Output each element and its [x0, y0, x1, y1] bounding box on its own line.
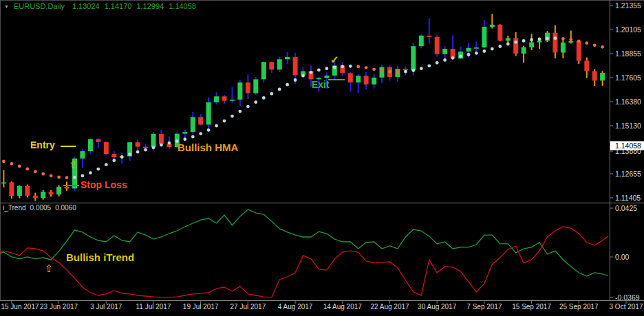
- candle-body: [411, 46, 416, 70]
- hma-dot: [585, 41, 588, 45]
- hma-dot: [144, 148, 147, 152]
- hma-dot: [215, 124, 218, 128]
- candle-wick: [66, 181, 67, 190]
- hma-dot: [554, 36, 557, 40]
- candle-wick: [475, 42, 477, 54]
- candle-body: [277, 59, 282, 69]
- quote-high: 1.14170: [105, 2, 132, 10]
- hma-dot: [2, 160, 6, 163]
- candle-body: [9, 183, 14, 196]
- hma-dot: [341, 65, 344, 69]
- candle-body: [537, 41, 542, 43]
- price-axis: 1.213551.201051.188551.176051.163801.151…: [610, 1, 641, 202]
- hma-dot: [436, 61, 439, 65]
- stop-loss-label: Stop Loss: [80, 179, 127, 190]
- hma-dot: [254, 100, 257, 104]
- hma-dot: [356, 65, 360, 69]
- indicator-axis-label: -0.0369: [615, 293, 640, 302]
- hma-dot: [136, 150, 140, 154]
- candle-body: [490, 25, 495, 27]
- hma-dot: [546, 37, 549, 41]
- indicator-axis: 0.04250.00-0.0369: [610, 204, 640, 302]
- entry-up-arrow-icon: ⇧: [69, 159, 78, 170]
- hma-dot: [404, 70, 407, 74]
- hma-dot: [81, 174, 85, 178]
- time-axis-label: 25 Sep 2017: [559, 303, 599, 311]
- candle-body: [246, 82, 250, 93]
- time-axis: 15 Jun 201723 Jun 20173 Jul 201711 Jul 2…: [1, 301, 643, 311]
- time-axis-label: 19 Jul 2017: [183, 303, 219, 311]
- price-axis-label: 1.15130: [615, 122, 641, 130]
- hma-dot: [483, 49, 486, 53]
- hma-dot: [561, 37, 565, 41]
- candle-body: [111, 154, 116, 157]
- candle-body: [222, 96, 227, 100]
- indicator-value-green: 0.0005: [30, 204, 52, 212]
- hma-dot: [65, 176, 69, 179]
- hma-dot: [246, 105, 250, 109]
- hma-dot: [10, 162, 14, 166]
- candle-body: [1, 183, 6, 184]
- candle-body: [41, 192, 45, 198]
- hma-dot: [459, 54, 462, 58]
- hma-dot: [530, 38, 533, 42]
- price-axis-label: 1.21355: [615, 1, 641, 10]
- hma-dot: [262, 96, 266, 100]
- candle-body: [372, 78, 376, 84]
- hma-dot: [18, 165, 21, 168]
- bullish-hma-label: Bullish HMA: [178, 142, 238, 153]
- candle-body: [88, 139, 93, 152]
- quote-low: 1.12994: [136, 2, 164, 10]
- candle-body: [159, 134, 164, 144]
- time-axis-label: 15 Jun 2017: [1, 303, 39, 311]
- chart-canvas[interactable]: 1.213551.201051.188551.176051.163801.151…: [0, 0, 644, 316]
- candle-body: [237, 82, 242, 100]
- hma-dot: [25, 168, 29, 171]
- candle-body: [568, 41, 573, 43]
- exit-label: Exit: [312, 79, 330, 90]
- candle-body: [482, 27, 486, 47]
- time-axis-label: 23 Jun 2017: [40, 303, 78, 311]
- hma-dot: [522, 39, 526, 43]
- candle-body: [261, 62, 266, 79]
- candle-body: [253, 79, 258, 93]
- hma-dot: [420, 67, 423, 70]
- hma-dot: [498, 45, 502, 48]
- candle-body: [552, 33, 557, 53]
- exit-check-icon: ✓: [330, 54, 339, 65]
- hma-dot: [41, 172, 45, 176]
- candle-body: [214, 96, 219, 102]
- hma-dot: [223, 120, 226, 123]
- time-axis-label: 15 Sep 2017: [512, 303, 551, 311]
- time-axis-label: 14 Aug 2017: [323, 303, 363, 311]
- time-axis-label: 4 Aug 2017: [278, 303, 313, 311]
- candle-body: [435, 37, 440, 54]
- candle-body: [348, 73, 353, 82]
- hma-dot: [50, 174, 53, 178]
- candle-body: [380, 67, 385, 78]
- hma-dot: [396, 70, 400, 74]
- candle-body: [442, 49, 447, 54]
- indicator-axis-label: 0.00: [615, 253, 630, 261]
- candle-body: [577, 41, 581, 61]
- hma-dot: [286, 83, 289, 87]
- candle-body: [561, 43, 566, 53]
- quote-open: 1.13024: [72, 2, 100, 10]
- price-tag-label: 1.14058: [615, 142, 641, 150]
- exit-line: [328, 79, 345, 80]
- hma-dot: [270, 92, 273, 95]
- candle-body: [522, 47, 526, 54]
- time-axis-label: 3 Oct 2017: [610, 303, 643, 311]
- hma-dot: [325, 67, 329, 70]
- hma-dot: [467, 53, 471, 56]
- candle-body: [56, 187, 61, 194]
- hma-dot: [207, 128, 211, 132]
- candle-body: [497, 25, 502, 41]
- candle-body: [269, 62, 274, 69]
- hma-dot: [152, 146, 155, 149]
- hma-dot: [239, 110, 242, 113]
- candle-body: [506, 38, 511, 41]
- symbol-dropdown-icon[interactable]: ▼: [4, 3, 9, 10]
- candle-body: [419, 36, 424, 46]
- candle-body: [592, 71, 597, 81]
